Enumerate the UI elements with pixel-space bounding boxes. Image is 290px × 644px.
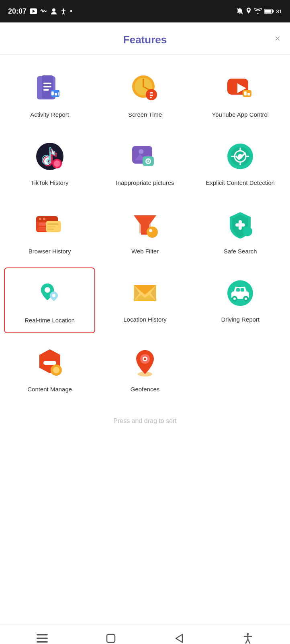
inappropriate-pictures-label: Inappropriate pictures	[116, 179, 174, 187]
feature-activity-report[interactable]: Activity Report	[4, 63, 95, 127]
browser-history-label: Browser History	[29, 247, 71, 255]
explicit-content-detection-icon	[224, 140, 256, 172]
feature-inappropriate-pictures[interactable]: Inappropriate pictures	[99, 131, 190, 195]
accessibility-status-icon	[60, 8, 67, 14]
svg-point-2	[52, 8, 55, 12]
realtime-location-icon	[34, 278, 66, 310]
status-right-icons: 81	[236, 8, 282, 15]
feature-geofences[interactable]: Geofences	[99, 337, 190, 401]
tiktok-history-icon	[34, 140, 66, 172]
dot-indicator: •	[70, 7, 72, 16]
svg-point-36	[54, 160, 60, 167]
feature-screen-time[interactable]: Screen Time	[99, 63, 190, 127]
tiktok-history-label: TikTok History	[31, 179, 69, 187]
screen-time-label: Screen Time	[128, 111, 162, 119]
activity-report-label: Activity Report	[30, 111, 69, 119]
feature-youtube-app-control[interactable]: YouTube App Control	[195, 63, 286, 127]
page-title: Features	[123, 34, 167, 46]
safe-search-icon	[224, 209, 256, 241]
svg-point-66	[149, 229, 152, 232]
geofences-icon	[129, 347, 161, 379]
feature-tiktok-history[interactable]: TikTok History	[4, 131, 95, 195]
driving-report-label: Driving Report	[221, 316, 259, 324]
web-filter-icon	[129, 209, 161, 241]
svg-point-65	[147, 227, 158, 238]
nav-accessibility-button[interactable]	[238, 628, 258, 644]
person-status-icon	[51, 8, 57, 14]
svg-rect-18	[51, 91, 54, 95]
svg-rect-88	[43, 361, 56, 365]
svg-rect-60	[47, 223, 59, 225]
bottom-hint: Press and drag to sort	[0, 409, 290, 441]
web-filter-label: Web Filter	[131, 247, 159, 255]
battery-icon	[264, 8, 274, 14]
main-content: Features × Activity Report	[0, 22, 290, 624]
svg-rect-97	[37, 641, 48, 643]
feature-realtime-location[interactable]: Real-time Location	[4, 267, 95, 333]
nav-home-button[interactable]	[101, 628, 121, 644]
driving-report-icon	[224, 277, 256, 309]
svg-rect-62	[47, 229, 54, 230]
svg-rect-33	[247, 93, 250, 95]
svg-rect-61	[47, 226, 55, 227]
svg-line-104	[248, 639, 250, 643]
bottom-hint-text: Press and drag to sort	[113, 417, 176, 424]
feature-content-manage[interactable]: Content Manage	[4, 337, 95, 401]
svg-rect-31	[243, 90, 251, 97]
svg-rect-14	[43, 83, 51, 84]
svg-rect-10	[273, 10, 274, 12]
svg-rect-26	[150, 92, 153, 93]
svg-rect-86	[241, 288, 244, 292]
svg-point-42	[147, 160, 149, 162]
features-header: Features ×	[0, 22, 290, 55]
svg-rect-95	[37, 634, 48, 636]
svg-rect-32	[244, 91, 247, 95]
geofences-label: Geofences	[131, 385, 160, 393]
close-button[interactable]: ×	[275, 33, 280, 44]
realtime-location-label: Real-time Location	[25, 316, 75, 324]
svg-point-71	[45, 287, 50, 293]
svg-point-54	[39, 218, 41, 220]
svg-rect-96	[37, 638, 48, 639]
svg-rect-19	[55, 93, 57, 95]
svg-line-103	[246, 639, 248, 643]
feature-explicit-content-detection[interactable]: Explicit Content Detection	[195, 131, 286, 195]
youtube-app-control-label: YouTube App Control	[212, 111, 269, 119]
nav-back-button[interactable]	[169, 628, 189, 644]
content-manage-icon	[34, 347, 66, 379]
feature-safe-search[interactable]: Safe Search	[195, 199, 286, 263]
content-manage-label: Content Manage	[27, 385, 72, 393]
feature-web-filter[interactable]: Web Filter	[99, 199, 190, 263]
svg-rect-15	[43, 86, 51, 87]
svg-point-3	[63, 8, 64, 10]
svg-line-7	[63, 13, 65, 14]
bottom-nav	[0, 624, 290, 644]
location-history-icon	[129, 277, 161, 309]
wifi-icon	[254, 8, 262, 14]
svg-point-38	[139, 149, 143, 154]
location-status-icon	[246, 8, 251, 15]
svg-rect-20	[58, 92, 59, 95]
features-grid: Activity Report Screen Time	[0, 55, 290, 409]
screen-time-icon	[129, 72, 161, 104]
svg-point-84	[245, 298, 247, 300]
activity-status-icon	[40, 8, 47, 14]
svg-rect-98	[107, 634, 115, 642]
youtube-status-icon	[30, 8, 37, 14]
status-time: 20:07	[8, 7, 27, 16]
svg-point-94	[144, 358, 146, 360]
feature-driving-report[interactable]: Driving Report	[195, 267, 286, 333]
status-bar: 20:07 • 81	[0, 0, 290, 22]
nav-menu-button[interactable]	[32, 628, 52, 644]
feature-location-history[interactable]: Location History	[99, 267, 190, 333]
svg-rect-11	[265, 10, 271, 13]
youtube-app-control-icon	[224, 72, 256, 104]
svg-point-73	[52, 294, 55, 297]
feature-browser-history[interactable]: Browser History	[4, 199, 95, 263]
svg-marker-99	[176, 634, 182, 642]
svg-rect-68	[235, 223, 245, 227]
svg-rect-28	[150, 97, 152, 98]
browser-history-icon	[34, 209, 66, 241]
bell-mute-icon	[236, 8, 243, 15]
svg-rect-16	[43, 89, 49, 91]
